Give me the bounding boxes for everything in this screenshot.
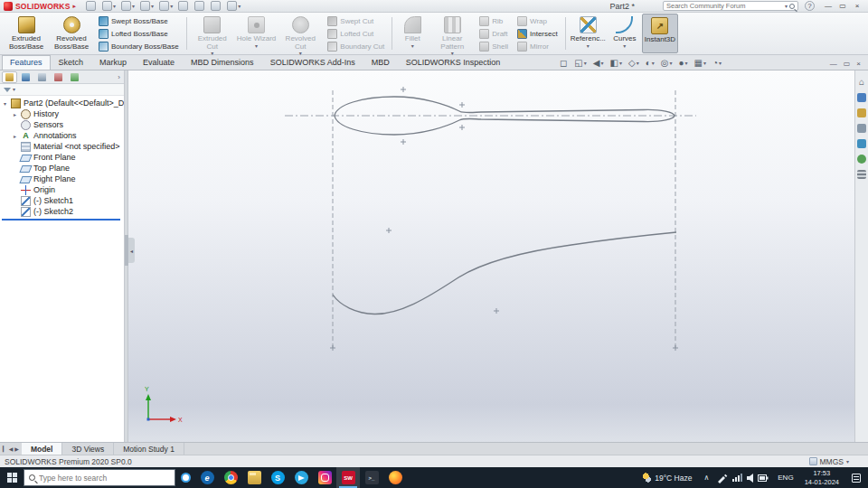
- zoom-area-icon[interactable]: ◱ ▾: [574, 59, 586, 68]
- cortana-button[interactable]: [175, 467, 195, 488]
- telegram-icon[interactable]: [289, 467, 313, 488]
- view-palette-icon[interactable]: [856, 137, 868, 149]
- shell-button[interactable]: Shell: [476, 41, 511, 52]
- revolved-cut-button[interactable]: Revolved Cut ▾: [278, 14, 323, 53]
- boundary-cut-button[interactable]: Boundary Cut: [325, 41, 387, 52]
- language-indicator[interactable]: ENG: [776, 474, 795, 482]
- open-icon[interactable]: ▾: [100, 0, 118, 12]
- 3d-views-tab[interactable]: 3D Views: [62, 443, 114, 455]
- skype-icon[interactable]: S: [266, 467, 289, 488]
- edge-browser-icon[interactable]: e: [195, 467, 219, 488]
- view-settings-icon[interactable]: ◔ ▾: [712, 59, 722, 68]
- tree-item-sketch1[interactable]: (-) Sketch1: [0, 195, 124, 206]
- tab-mbd-dimensions[interactable]: MBD Dimensions: [183, 55, 262, 70]
- wrap-button[interactable]: Wrap: [514, 15, 561, 27]
- featuremanager-tab[interactable]: [2, 71, 17, 83]
- menu-expand-arrow[interactable]: ▸: [73, 3, 77, 10]
- minimize-button[interactable]: —: [821, 1, 835, 12]
- restore-button[interactable]: ▭: [835, 1, 850, 12]
- start-button[interactable]: [0, 467, 24, 488]
- hide-show-items-icon[interactable]: ◎ ▾: [661, 59, 673, 68]
- previous-view-icon[interactable]: ◀ ▾: [593, 59, 604, 68]
- filter-icon[interactable]: [4, 88, 11, 92]
- tab-sketch[interactable]: Sketch: [51, 55, 92, 70]
- solidworks-app-icon[interactable]: SW: [336, 467, 360, 488]
- search-scope-caret-icon[interactable]: ▾: [785, 4, 788, 9]
- solidworks-resources-icon[interactable]: [856, 91, 868, 103]
- redo-icon[interactable]: [176, 0, 191, 12]
- tab-solidworks-inspection[interactable]: SOLIDWORKS Inspection: [398, 55, 509, 70]
- tab-evaluate[interactable]: Evaluate: [135, 55, 183, 70]
- weather-widget[interactable]: 19°C Haze: [638, 467, 695, 488]
- panel-collapse-handle[interactable]: ◂: [128, 238, 135, 263]
- action-center-icon[interactable]: [852, 474, 861, 483]
- options-icon[interactable]: ▾: [225, 0, 242, 12]
- filter-caret-icon[interactable]: ▾: [13, 87, 15, 92]
- firefox-browser-icon[interactable]: [383, 467, 407, 488]
- document-restore-icon[interactable]: ▭: [844, 60, 851, 68]
- lofted-boss-base-button[interactable]: Lofted Boss/Base: [96, 28, 182, 40]
- tab-markup[interactable]: Markup: [91, 55, 135, 70]
- pane-split-handle[interactable]: ▎: [3, 446, 7, 452]
- terminal-icon[interactable]: >_: [360, 467, 383, 488]
- appearances-scenes-icon[interactable]: [856, 153, 868, 164]
- swept-boss-base-button[interactable]: Swept Boss/Base: [96, 15, 182, 27]
- draft-button[interactable]: Draft: [476, 28, 511, 40]
- taskbar-search-input[interactable]: [39, 474, 170, 483]
- rebuild-icon[interactable]: [193, 0, 207, 12]
- tree-item-top-plane[interactable]: Top Plane: [0, 163, 124, 174]
- tree-item-origin[interactable]: Origin: [0, 184, 124, 195]
- dimxpertmanager-tab[interactable]: [51, 71, 66, 83]
- fillet-button[interactable]: Fillet ▾: [395, 14, 429, 53]
- panel-tab-overflow-icon[interactable]: ›: [118, 73, 122, 81]
- document-minimize-icon[interactable]: —: [830, 60, 837, 68]
- tree-item-sensors[interactable]: Sensors: [0, 119, 124, 130]
- custom-properties-icon[interactable]: [856, 168, 868, 180]
- lofted-cut-button[interactable]: Lofted Cut: [325, 28, 387, 40]
- units-caret-icon[interactable]: ▾: [846, 459, 849, 465]
- tab-solidworks-add-ins[interactable]: SOLIDWORKS Add-Ins: [262, 55, 363, 70]
- swept-cut-button[interactable]: Swept Cut: [325, 15, 387, 27]
- save-icon[interactable]: ▾: [119, 0, 137, 12]
- undo-icon[interactable]: ▾: [157, 0, 175, 12]
- curves-button[interactable]: Curves ▾: [608, 14, 642, 53]
- propertymanager-tab[interactable]: [18, 71, 33, 83]
- document-close-icon[interactable]: ×: [856, 60, 861, 68]
- spoon-side-profile[interactable]: [333, 232, 676, 314]
- chrome-browser-icon[interactable]: [219, 467, 242, 488]
- zoom-fit-icon[interactable]: ◻: [560, 59, 568, 68]
- configurationmanager-tab[interactable]: [34, 71, 50, 83]
- battery-icon[interactable]: [759, 474, 769, 481]
- linear-pattern-button[interactable]: Linear Pattern ▾: [429, 14, 475, 53]
- tree-item-material[interactable]: Material <not specified>: [0, 141, 124, 152]
- display-style-icon[interactable]: ◐ ▾: [646, 59, 655, 68]
- file-explorer-icon[interactable]: [242, 467, 266, 488]
- section-view-icon[interactable]: ◧ ▾: [610, 59, 622, 68]
- instant3d-button[interactable]: Instant3D: [642, 14, 678, 53]
- tab-mbd[interactable]: MBD: [363, 55, 398, 70]
- file-explorer-pane-icon[interactable]: [856, 122, 868, 134]
- community-search-input[interactable]: [666, 2, 783, 10]
- model-tab[interactable]: Model: [22, 443, 63, 455]
- edit-appearance-icon[interactable]: ● ▾: [679, 59, 688, 68]
- tree-item-right-plane[interactable]: Right Plane: [0, 174, 124, 184]
- apply-scene-icon[interactable]: ▦ ▾: [694, 59, 706, 68]
- tree-item-sketch2[interactable]: (-) Sketch2: [0, 206, 124, 217]
- revolved-boss-base-button[interactable]: Revolved Boss/Base: [49, 14, 94, 53]
- extruded-cut-button[interactable]: Extruded Cut ▾: [190, 14, 235, 53]
- help-icon[interactable]: ?: [805, 1, 815, 11]
- displaymanager-tab[interactable]: [67, 71, 82, 83]
- search-icon[interactable]: [789, 4, 795, 9]
- scroll-tabs-left-icon[interactable]: ◀: [9, 446, 14, 452]
- clock-widget[interactable]: 17:53 14-01-2024: [802, 469, 842, 486]
- community-search-box[interactable]: ▾: [663, 1, 798, 11]
- new-document-icon[interactable]: [84, 0, 99, 12]
- rib-button[interactable]: Rib: [476, 15, 511, 27]
- graphics-viewport[interactable]: Y X ◂: [128, 70, 854, 442]
- tab-features[interactable]: Features: [2, 55, 51, 70]
- taskbar-search-box[interactable]: [24, 469, 175, 486]
- motion-study-1-tab[interactable]: Motion Study 1: [114, 443, 184, 455]
- network-icon[interactable]: [732, 474, 742, 482]
- intersect-button[interactable]: Intersect: [514, 28, 561, 40]
- rollback-bar[interactable]: [2, 219, 120, 221]
